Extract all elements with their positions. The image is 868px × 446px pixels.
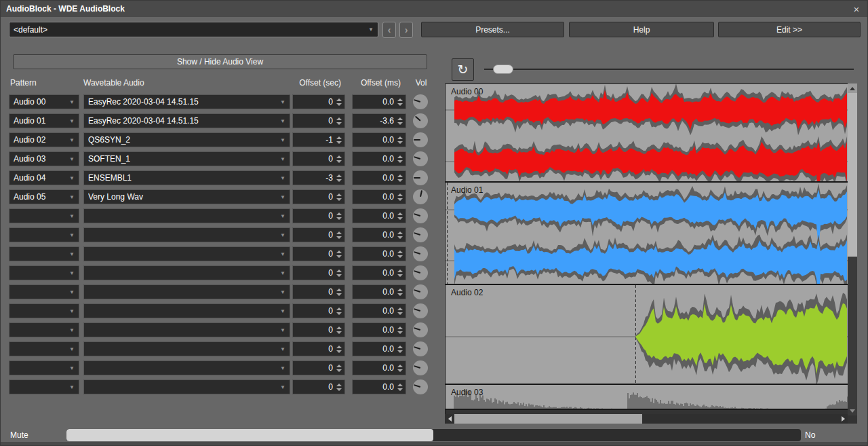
spinner-arrows[interactable] — [397, 98, 403, 106]
offset-sec-input[interactable]: 0 — [292, 379, 345, 394]
scroll-up-button[interactable] — [848, 83, 857, 93]
spin-up-icon[interactable] — [397, 174, 403, 177]
spin-down-icon[interactable] — [397, 217, 403, 220]
spinner-arrows[interactable] — [397, 231, 403, 239]
spin-up-icon[interactable] — [397, 155, 403, 158]
spinner-arrows[interactable] — [397, 250, 403, 258]
spin-up-icon[interactable] — [336, 365, 342, 367]
spin-down-icon[interactable] — [397, 160, 403, 163]
previous-preset-button[interactable]: ‹ — [382, 22, 396, 38]
spin-up-icon[interactable] — [397, 308, 403, 310]
spin-up-icon[interactable] — [397, 327, 403, 329]
spin-up-icon[interactable] — [336, 174, 342, 177]
volume-knob[interactable] — [413, 94, 428, 109]
volume-knob[interactable] — [413, 360, 428, 375]
wavetable-audio-select[interactable]: ▼ — [83, 227, 290, 242]
spin-up-icon[interactable] — [397, 384, 403, 386]
edit-button[interactable]: Edit >> — [718, 22, 861, 37]
spin-up-icon[interactable] — [397, 212, 403, 215]
horizontal-scrollbar[interactable] — [445, 414, 848, 424]
pattern-select[interactable]: ▼ — [9, 303, 79, 318]
spin-down-icon[interactable] — [336, 236, 342, 239]
offset-sec-input[interactable]: 0 — [292, 322, 345, 337]
spin-up-icon[interactable] — [336, 193, 342, 196]
spin-down-icon[interactable] — [397, 141, 403, 144]
offset-ms-input[interactable]: 0.0 — [352, 246, 406, 261]
spin-down-icon[interactable] — [336, 255, 342, 258]
spinner-arrows[interactable] — [336, 327, 342, 334]
scroll-right-button[interactable] — [838, 414, 848, 424]
pattern-select[interactable]: Audio 02 ▼ — [9, 132, 79, 147]
volume-knob[interactable] — [413, 113, 428, 128]
waveform-track-0[interactable]: Audio 00 — [446, 84, 848, 183]
show-hide-audio-view-button[interactable]: Show / Hide Audio View — [13, 54, 427, 69]
wavetable-audio-select[interactable]: ▼ — [83, 246, 290, 261]
zoom-slider-track[interactable] — [484, 69, 854, 70]
loop-button[interactable]: ↻ — [452, 58, 474, 81]
spin-up-icon[interactable] — [336, 212, 342, 215]
offset-ms-input[interactable]: 0.0 — [352, 303, 406, 318]
volume-knob[interactable] — [413, 227, 428, 242]
pattern-select[interactable]: Audio 03 ▼ — [9, 151, 79, 166]
pattern-select[interactable]: ▼ — [9, 341, 79, 356]
wavetable-audio-select[interactable]: QS6SYN_2 ▼ — [83, 132, 290, 147]
spinner-arrows[interactable] — [397, 346, 403, 353]
spinner-arrows[interactable] — [336, 250, 342, 258]
pattern-select[interactable]: Audio 00 ▼ — [9, 94, 79, 109]
spinner-arrows[interactable] — [336, 98, 342, 106]
offset-ms-input[interactable]: 0.0 — [352, 170, 406, 185]
volume-knob[interactable] — [413, 189, 428, 204]
offset-sec-input[interactable]: 0 — [292, 94, 345, 109]
offset-sec-input[interactable]: 0 — [292, 360, 345, 375]
wavetable-audio-select[interactable]: SOFTEN_1 ▼ — [83, 151, 290, 166]
spin-down-icon[interactable] — [336, 217, 342, 220]
spin-up-icon[interactable] — [336, 327, 342, 329]
volume-knob[interactable] — [413, 379, 428, 394]
pattern-select[interactable]: Audio 05 ▼ — [9, 189, 79, 204]
wavetable-audio-select[interactable]: Very Long Wav ▼ — [83, 189, 290, 204]
spin-down-icon[interactable] — [336, 350, 342, 353]
spin-up-icon[interactable] — [397, 365, 403, 367]
spin-down-icon[interactable] — [336, 198, 342, 201]
spin-up-icon[interactable] — [397, 250, 403, 253]
spinner-arrows[interactable] — [336, 212, 342, 220]
spin-down-icon[interactable] — [336, 274, 342, 277]
spinner-arrows[interactable] — [397, 212, 403, 220]
offset-ms-input[interactable]: 0.0 — [352, 379, 406, 394]
wavetable-audio-select[interactable]: ▼ — [83, 303, 290, 318]
spinner-arrows[interactable] — [397, 270, 403, 277]
volume-knob[interactable] — [413, 151, 428, 166]
spinner-arrows[interactable] — [397, 327, 403, 334]
preset-selector[interactable]: <default> ▼ — [9, 22, 378, 37]
offset-sec-input[interactable]: 0 — [292, 227, 345, 242]
offset-ms-input[interactable]: 0.0 — [352, 151, 406, 166]
pattern-select[interactable]: ▼ — [9, 360, 79, 375]
volume-knob[interactable] — [413, 170, 428, 185]
spin-down-icon[interactable] — [336, 141, 342, 144]
spinner-arrows[interactable] — [336, 136, 342, 144]
close-icon[interactable]: × — [850, 1, 863, 17]
spin-down-icon[interactable] — [336, 160, 342, 163]
offset-ms-input[interactable]: 0.0 — [352, 94, 406, 109]
spin-up-icon[interactable] — [336, 384, 342, 386]
zoom-slider-thumb[interactable] — [493, 64, 513, 74]
spinner-arrows[interactable] — [397, 308, 403, 315]
offset-sec-input[interactable]: 0 — [292, 189, 345, 204]
volume-knob[interactable] — [413, 303, 428, 318]
mute-slider-track[interactable] — [66, 429, 801, 441]
offset-sec-input[interactable]: 0 — [292, 246, 345, 261]
spinner-arrows[interactable] — [336, 270, 342, 277]
spin-up-icon[interactable] — [336, 136, 342, 139]
spin-down-icon[interactable] — [336, 293, 342, 296]
pattern-select[interactable]: Audio 04 ▼ — [9, 170, 79, 185]
spin-up-icon[interactable] — [397, 231, 403, 234]
spin-down-icon[interactable] — [397, 103, 403, 106]
spinner-arrows[interactable] — [397, 155, 403, 163]
volume-knob[interactable] — [413, 284, 428, 299]
pattern-select[interactable]: ▼ — [9, 322, 79, 337]
offset-ms-input[interactable]: 0.0 — [352, 284, 406, 299]
spin-up-icon[interactable] — [397, 193, 403, 196]
offset-ms-input[interactable]: 0.0 — [352, 132, 406, 147]
wavetable-audio-select[interactable]: ▼ — [83, 360, 290, 375]
wavetable-audio-select[interactable]: EasyRec 2020-03-04 14.51.15 ▼ — [83, 113, 290, 128]
